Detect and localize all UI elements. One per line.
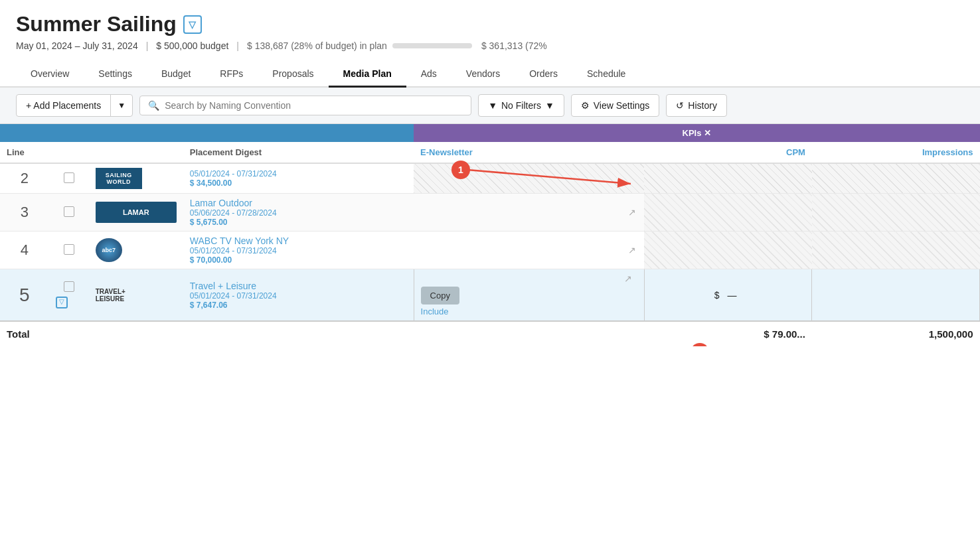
placement-date: 05/01/2024 - 07/31/2024 bbox=[190, 246, 407, 255]
tab-media-plan[interactable]: Media Plan bbox=[329, 62, 406, 88]
search-box[interactable]: 🔍 bbox=[139, 96, 471, 115]
table-row: 5 ▽ TRAVEL+LEISURE Travel + Leisure 05/0… bbox=[0, 269, 980, 322]
add-placements-dropdown-icon[interactable]: ▼ bbox=[111, 96, 132, 115]
tab-budget[interactable]: Budget bbox=[147, 62, 205, 88]
lamar-logo: LAMAR bbox=[96, 202, 177, 223]
impressions-cell bbox=[812, 163, 980, 194]
tab-ads[interactable]: Ads bbox=[406, 62, 451, 88]
total-enewsletter bbox=[414, 321, 644, 346]
tab-overview[interactable]: Overview bbox=[16, 62, 84, 88]
tab-rfps[interactable]: RFPs bbox=[205, 62, 258, 88]
table-wrapper: KPIs ✕ Line Placement Digest E-Newslette… bbox=[0, 124, 980, 346]
placement-name-link[interactable]: Lamar Outdoor bbox=[190, 198, 252, 208]
impressions-input-cell[interactable] bbox=[812, 269, 980, 322]
search-input[interactable] bbox=[165, 100, 463, 111]
tab-orders[interactable]: Orders bbox=[515, 62, 572, 88]
enewsletter-cell: ↗ bbox=[414, 232, 644, 269]
col-check bbox=[49, 142, 183, 163]
line-number: 3 bbox=[0, 194, 49, 232]
placement-amount: $ 5,675.00 bbox=[190, 218, 407, 227]
date-range: May 01, 2024 – July 31, 2024 bbox=[16, 40, 138, 51]
sailing-world-logo: SAILING WORLD bbox=[96, 168, 142, 189]
table-row: 2 SAILING WORLD 05/01/2024 - 07/31/2024 … bbox=[0, 163, 980, 194]
search-icon: 🔍 bbox=[148, 100, 159, 111]
meta-sep-1: | bbox=[146, 40, 149, 51]
col-placement-digest: Placement Digest bbox=[183, 142, 414, 163]
row-checkbox-cell[interactable] bbox=[49, 163, 89, 194]
external-link-icon-row5[interactable]: ↗ bbox=[624, 273, 632, 284]
tab-settings[interactable]: Settings bbox=[84, 62, 147, 88]
expand-icon[interactable]: ▽ bbox=[56, 297, 68, 308]
line-number: 4 bbox=[0, 232, 49, 269]
page-meta: May 01, 2024 – July 31, 2024 | $ 500,000… bbox=[16, 40, 964, 51]
history-icon: ↺ bbox=[676, 100, 684, 111]
external-link-icon[interactable]: ↗ bbox=[628, 207, 636, 218]
row-checkbox-cell[interactable]: ▽ bbox=[49, 269, 89, 322]
progress-bar bbox=[392, 43, 472, 48]
vendor-logo-cell: abc7 bbox=[89, 232, 183, 269]
travel-leisure-logo: TRAVEL+LEISURE bbox=[96, 288, 177, 303]
placement-date: 05/01/2024 - 07/31/2024 bbox=[190, 291, 407, 301]
tab-proposals[interactable]: Proposals bbox=[258, 62, 328, 88]
view-settings-button[interactable]: ⚙ View Settings bbox=[571, 94, 660, 117]
row-checkbox-cell[interactable] bbox=[49, 232, 89, 269]
add-placements-label[interactable]: + Add Placements bbox=[17, 95, 111, 116]
line-number: 2 bbox=[0, 163, 49, 194]
col-enewsletter[interactable]: E-Newsletter bbox=[414, 142, 644, 163]
copy-button[interactable]: Copy bbox=[421, 287, 459, 305]
row-checkbox[interactable] bbox=[64, 281, 74, 292]
kpi-label-cell: KPIs ✕ bbox=[414, 124, 979, 142]
in-plan-label: $ 138,687 (28% of budget) in plan bbox=[247, 40, 472, 51]
kpi-banner-row: KPIs ✕ bbox=[0, 124, 980, 142]
cpm-input-cell[interactable]: $ — bbox=[644, 269, 812, 322]
row-checkbox[interactable] bbox=[64, 206, 74, 217]
budget-label: $ 500,000 budget bbox=[156, 40, 228, 51]
placement-name-link[interactable]: Travel + Leisure bbox=[190, 281, 256, 291]
enewsletter-cell: ↗ bbox=[414, 194, 644, 232]
page-title: Summer Sailing ▽ bbox=[16, 12, 964, 36]
cpm-cell bbox=[644, 163, 812, 194]
row-checkbox[interactable] bbox=[64, 172, 74, 183]
enewsletter-cell bbox=[414, 163, 644, 194]
impressions-cell bbox=[812, 194, 980, 232]
total-impressions: 1,500,000 bbox=[812, 321, 980, 346]
include-link[interactable]: Include bbox=[421, 306, 449, 316]
line-number: 5 bbox=[0, 269, 49, 322]
vendor-logo-cell: LAMAR bbox=[89, 194, 183, 232]
nav-tabs: Overview Settings Budget RFPs Proposals … bbox=[0, 62, 980, 88]
filter-chevron-icon: ▼ bbox=[545, 100, 554, 111]
row-checkbox-cell[interactable] bbox=[49, 194, 89, 232]
media-plan-table: KPIs ✕ Line Placement Digest E-Newslette… bbox=[0, 124, 980, 346]
gear-icon: ⚙ bbox=[581, 100, 590, 111]
filter-button[interactable]: ▼ No Filters ▼ bbox=[478, 94, 564, 117]
vendor-logo-cell: TRAVEL+LEISURE bbox=[89, 269, 183, 322]
vendor-logo-cell: SAILING WORLD bbox=[89, 163, 183, 194]
row-checkbox[interactable] bbox=[64, 244, 74, 255]
cpm-cell bbox=[644, 232, 812, 269]
placement-amount: $ 70,000.00 bbox=[190, 255, 407, 265]
enewsletter-kpi-cell: ↗ Copy Include bbox=[414, 269, 644, 322]
placement-info-cell: 05/01/2024 - 07/31/2024 $ 34,500.00 bbox=[183, 163, 414, 194]
page-header: Summer Sailing ▽ May 01, 2024 – July 31,… bbox=[0, 0, 980, 56]
history-label: History bbox=[688, 100, 717, 111]
tab-schedule[interactable]: Schedule bbox=[572, 62, 640, 88]
cpm-value: — bbox=[727, 290, 736, 301]
history-button[interactable]: ↺ History bbox=[666, 94, 727, 117]
external-link-icon[interactable]: ↗ bbox=[628, 245, 636, 255]
title-dropdown-icon[interactable]: ▽ bbox=[183, 15, 202, 34]
dollar-sign: $ bbox=[714, 290, 720, 301]
table-container: KPIs ✕ Line Placement Digest E-Newslette… bbox=[0, 124, 980, 346]
col-cpm[interactable]: CPM bbox=[644, 142, 812, 163]
col-impressions[interactable]: Impressions bbox=[812, 142, 980, 163]
column-header-row: Line Placement Digest E-Newsletter CPM I… bbox=[0, 142, 980, 163]
placement-name-link[interactable]: WABC TV New York NY bbox=[190, 236, 289, 246]
tab-vendors[interactable]: Vendors bbox=[451, 62, 515, 88]
table-row: 3 LAMAR Lamar Outdoor 05/06/2024 - 07/28… bbox=[0, 194, 980, 232]
total-cpm: $ 79.00... bbox=[644, 321, 812, 346]
placement-amount: $ 7,647.06 bbox=[190, 301, 407, 310]
add-placements-button[interactable]: + Add Placements ▼ bbox=[16, 94, 133, 117]
kpi-empty-cell bbox=[0, 124, 414, 142]
placement-date: 05/01/2024 - 07/31/2024 bbox=[190, 169, 407, 178]
placement-date: 05/06/2024 - 07/28/2024 bbox=[190, 208, 407, 218]
total-row: Total $ 79.00... 1,500,000 bbox=[0, 321, 980, 346]
